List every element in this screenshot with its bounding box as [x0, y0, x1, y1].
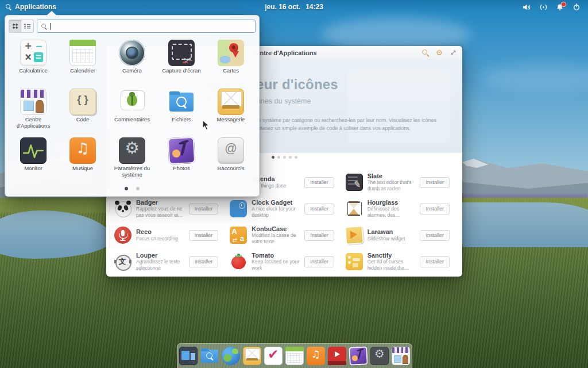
photos-icon: [168, 137, 195, 164]
app-row-badger[interactable]: BadgerRappelez-vous de ne pas vous asseo…: [111, 195, 226, 222]
applications-menu[interactable]: Applications: [0, 3, 56, 11]
launcher-app-code[interactable]: { }Code: [58, 86, 107, 135]
files-icon: [200, 347, 219, 365]
notification-badge: [561, 2, 566, 7]
dock: ✔♫⚙: [177, 343, 412, 368]
launcher-app-label: Calendrier: [70, 68, 95, 74]
list-view-icon: [24, 24, 30, 29]
app-description: Modifiez la casse de votre texte: [252, 232, 300, 245]
app-name: Sanctify: [368, 252, 416, 259]
launcher-app-label: Commentaires: [114, 117, 150, 123]
launcher-app-appcenter[interactable]: Centre d'Applications: [9, 86, 58, 135]
app-row-reco[interactable]: RecoFocus on recordingInstaller: [111, 222, 226, 248]
install-button[interactable]: Installer: [304, 256, 334, 267]
page-dot-2[interactable]: [136, 187, 140, 190]
launcher-app-shortcuts[interactable]: @Raccourcis: [206, 135, 256, 184]
launcher-app-calculator[interactable]: +−×=Calculatrice: [9, 37, 58, 86]
dock-item-videos[interactable]: [328, 347, 346, 365]
appcenter-icon: [20, 89, 47, 115]
launcher-app-camera[interactable]: Caméra: [107, 37, 157, 86]
banner-dot-4[interactable]: [289, 156, 292, 159]
multitask-icon: [179, 347, 198, 365]
code-icon: { }: [69, 89, 96, 115]
launcher-search-input[interactable]: [37, 20, 256, 33]
dock-item-photos[interactable]: [349, 347, 368, 365]
app-row-hourglass[interactable]: HourglassDéfinissez des alarmes, des min…: [342, 195, 458, 222]
power-icon[interactable]: [572, 3, 581, 11]
dock-item-multitasking[interactable]: [179, 347, 198, 365]
dock-item-tasks[interactable]: ✔: [264, 347, 283, 365]
app-description: Rappelez-vous de ne pas vous asseoir et …: [136, 206, 184, 218]
install-button[interactable]: Installer: [189, 204, 219, 214]
dock-item-system-settings[interactable]: ⚙: [370, 347, 389, 365]
sanctify-icon: [346, 253, 363, 270]
banner-dot-3[interactable]: [283, 156, 286, 159]
app-description: Keep focused on your work: [252, 259, 300, 271]
appcenter-settings-icon[interactable]: ⚙: [436, 49, 443, 56]
launcher-app-monitor[interactable]: Monitor: [9, 135, 58, 184]
hourglass-icon: [346, 200, 363, 217]
volume-icon[interactable]: [523, 3, 531, 11]
dock-item-music[interactable]: ♫: [307, 347, 325, 365]
shortcuts-icon: @: [218, 137, 244, 164]
search-icon: [41, 24, 47, 29]
install-button[interactable]: Installer: [304, 204, 334, 214]
app-description: Get rid of curses hidden inside the floo…: [368, 259, 416, 271]
install-button[interactable]: Installer: [189, 256, 219, 267]
launcher-app-label: Fichiers: [172, 117, 191, 123]
search-icon: [6, 4, 11, 10]
launcher-app-mail[interactable]: Messagerie: [206, 86, 256, 135]
banner-dot-1[interactable]: [272, 156, 274, 159]
dock-item-mail[interactable]: [243, 347, 261, 365]
appcenter-search-icon[interactable]: [422, 49, 428, 56]
install-button[interactable]: Installer: [420, 177, 450, 188]
grid-view-button[interactable]: [9, 20, 21, 32]
app-name: Badger: [136, 199, 184, 206]
music-icon: ♫: [69, 137, 96, 164]
camera-icon: [119, 40, 145, 66]
launcher-app-photos[interactable]: Photos: [157, 135, 206, 184]
launcher-app-settings[interactable]: ⚙Paramètres du système: [107, 135, 157, 184]
expand-icon[interactable]: [450, 48, 457, 58]
list-view-button[interactable]: [21, 20, 33, 32]
notifications-icon[interactable]: [556, 3, 564, 11]
install-button[interactable]: Installer: [420, 230, 450, 241]
dock-item-web-browser[interactable]: [222, 347, 240, 365]
top-panel: Applications jeu. 16 oct. 14:23: [0, 0, 588, 14]
launcher-app-screenshot[interactable]: ✂Capture d'écran: [157, 37, 206, 86]
maps-icon: [218, 40, 244, 66]
app-row-konbucase[interactable]: Aa⇄KonbuCaseModifiez la casse de votre t…: [226, 222, 342, 248]
install-button[interactable]: Installer: [420, 204, 450, 214]
app-row-louper[interactable]: 文LouperAgrandissez le texte sélectionnéI…: [111, 248, 226, 275]
datetime[interactable]: jeu. 16 oct. 14:23: [0, 3, 588, 11]
view-toggle: [9, 20, 34, 33]
page-dot-1[interactable]: [125, 187, 128, 190]
launcher-app-files[interactable]: Fichiers: [157, 86, 206, 135]
app-row-sanctify[interactable]: SanctifyGet rid of curses hidden inside …: [342, 248, 458, 275]
launcher-app-calendar[interactable]: Calendrier: [58, 37, 107, 86]
install-button[interactable]: Installer: [189, 230, 219, 241]
install-button[interactable]: Installer: [304, 230, 334, 241]
app-row-clock[interactable]: Clock GadgetA nice clock for your deskto…: [226, 195, 342, 222]
launcher-app-music[interactable]: ♫Musique: [58, 135, 107, 184]
launcher-app-label: Calculatrice: [19, 68, 48, 74]
larawan-icon: [346, 227, 363, 244]
install-button[interactable]: Installer: [420, 256, 450, 267]
app-description: A nice clock for your desktop: [252, 206, 300, 218]
app-row-larawan[interactable]: LarawanSlideshow widgetInstaller: [342, 222, 458, 248]
dock-item-files[interactable]: [200, 347, 219, 365]
launcher-app-maps[interactable]: Cartes: [206, 37, 256, 86]
banner-dot-5[interactable]: [295, 156, 297, 159]
install-button[interactable]: Installer: [304, 177, 334, 188]
launcher-app-feedback[interactable]: Commentaires: [107, 86, 157, 135]
dock-item-calendar[interactable]: [285, 347, 304, 365]
settings-icon: ⚙: [119, 137, 145, 164]
network-icon[interactable]: [539, 3, 548, 11]
launcher-page-dots[interactable]: [5, 187, 259, 190]
app-row-tomato[interactable]: TomatoKeep focused on your workInstaller: [226, 248, 342, 275]
app-description: Focus on recording: [136, 236, 184, 242]
music-icon: ♫: [307, 347, 325, 365]
banner-dot-2[interactable]: [277, 156, 280, 159]
dock-item-appcenter[interactable]: [392, 347, 410, 365]
app-row-slate[interactable]: ✎SlateThe text editor that's dumb as roc…: [342, 169, 458, 195]
